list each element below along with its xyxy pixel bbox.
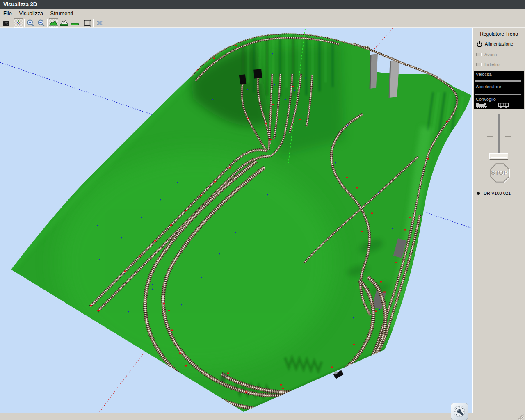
zoom-in-icon (26, 19, 35, 27)
snapshot-button[interactable] (1, 18, 11, 28)
terrain-flat-button[interactable] (70, 18, 80, 28)
axes-icon (14, 19, 23, 27)
train-name: DR V100 021 (484, 191, 511, 196)
stop-sign-icon: STOP STOP (488, 162, 510, 183)
power-toggle[interactable]: Alimentazione (476, 40, 513, 48)
zoom-out-button[interactable] (37, 18, 46, 28)
slider-tick (505, 116, 511, 116)
menu-file[interactable]: File (3, 10, 12, 16)
terrain-wireframe-icon (60, 19, 68, 27)
accelerator-label: Acceleratore (476, 84, 501, 89)
compass-dial-icon (451, 403, 468, 420)
window-title: Visualizza 3D (3, 1, 37, 7)
resize-grip[interactable] (518, 414, 524, 420)
toolbar-separator (47, 19, 48, 27)
speed-label: Velocità (476, 72, 492, 77)
train-list-item[interactable]: DR V100 021 (477, 191, 511, 196)
slider-tick (487, 136, 493, 137)
terrain-wireframe-button[interactable] (59, 18, 69, 28)
menu-strumenti[interactable]: Strumenti (50, 10, 73, 16)
slider-tick (505, 136, 511, 137)
convoy-label: Convoglio (476, 97, 496, 102)
window-titlebar[interactable]: Visualizza 3D (0, 0, 525, 9)
speed-bar (475, 80, 521, 82)
reverse-label: Indietro (484, 62, 500, 67)
orbit-compass-widget[interactable] (451, 403, 468, 420)
locomotive-icon[interactable] (475, 102, 488, 109)
accelerator-bar (475, 94, 521, 95)
train-bullet-icon (477, 192, 480, 195)
zoom-out-icon (37, 19, 46, 27)
camera-icon (2, 19, 10, 27)
power-label: Alimentazione (485, 41, 513, 46)
stop-button[interactable]: STOP STOP (488, 162, 510, 183)
3d-scene: .tb{fill:none;stroke:#8d7660;} .tt{fill:… (0, 28, 472, 413)
3d-viewport[interactable]: .tb{fill:none;stroke:#8d7660;} .tt{fill:… (0, 28, 472, 413)
reverse-led-icon (476, 63, 482, 66)
panel-title: Regolatore Treno (473, 31, 525, 37)
terrain-solid-button[interactable] (49, 18, 58, 28)
terrain-solid-icon (49, 19, 58, 27)
viewport-grid-icon (83, 19, 91, 27)
zoom-in-button[interactable] (26, 18, 35, 28)
forward-toggle[interactable]: Avanti (476, 52, 497, 57)
toolbar (0, 18, 525, 28)
menubar: File Visualizza Strumenti (0, 9, 525, 18)
terrain-flat-icon (71, 19, 79, 27)
toolbar-separator (93, 19, 94, 27)
stop-label: STOP (491, 169, 508, 176)
slider-tick (487, 116, 493, 116)
toolbar-separator (24, 19, 25, 27)
speed-slider-handle[interactable] (489, 153, 508, 160)
forward-label: Avanti (484, 52, 497, 57)
close-x-icon (96, 19, 104, 27)
toolbar-separator (81, 19, 81, 27)
reverse-toggle[interactable]: Indietro (476, 62, 500, 67)
show-axes-button[interactable] (14, 18, 23, 28)
panel-divider (473, 37, 525, 37)
close-view-button[interactable] (95, 18, 104, 28)
train-regulator-panel: Regolatore Treno Alimentazione Avanti In… (473, 28, 525, 413)
forward-led-icon (476, 53, 482, 56)
power-icon (476, 41, 483, 48)
telemetry-display: Velocità Acceleratore Convoglio (474, 71, 524, 109)
statusbar (0, 413, 525, 420)
menu-visualizza[interactable]: Visualizza (19, 10, 43, 16)
viewport-grid-button[interactable] (82, 18, 92, 28)
toolbar-separator (12, 19, 12, 27)
wagon-icon[interactable] (498, 103, 510, 109)
